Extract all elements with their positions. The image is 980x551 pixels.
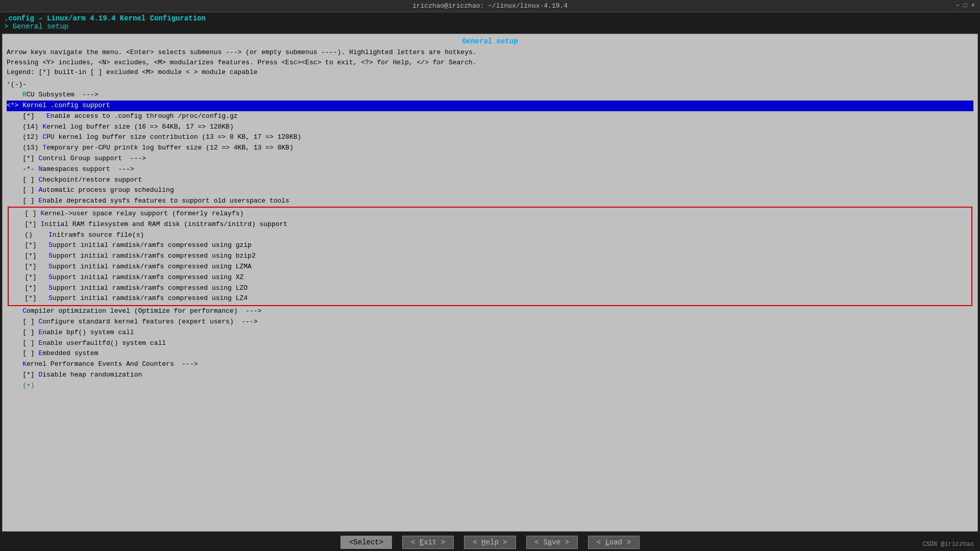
list-item[interactable]: (14) Kernel log buffer size (16 => 64KB,… bbox=[7, 122, 973, 133]
list-item-kernel-config[interactable]: <*> Kernel .config support bbox=[7, 101, 973, 111]
list-item[interactable]: [ ] Checkpoint/restore support bbox=[7, 175, 973, 186]
terminal: .config – Linux/arm 4.19.4 Kernel Config… bbox=[0, 12, 980, 551]
main-content: General setup Arrow keys navigate the me… bbox=[2, 34, 978, 532]
save-button[interactable]: < Save > bbox=[526, 536, 578, 549]
list-item[interactable]: [*] Enable access to .config through /pr… bbox=[7, 111, 973, 122]
list-item[interactable]: [ ] Kernel->user space relay support (fo… bbox=[9, 209, 971, 219]
list-item[interactable]: (13) Temporary per-CPU printk log buffer… bbox=[7, 143, 973, 154]
window-title: iriczhao@iriczhao: ~/linux/linux-4.19.4 bbox=[412, 2, 568, 10]
help-line-1: Arrow keys navigate the menu. <Enter> se… bbox=[7, 47, 973, 58]
list-item[interactable]: [*] Support initial ramdisk/ramfs compre… bbox=[9, 251, 971, 262]
menu-list: *(-)- RCU Subsystem ---> <*> Kernel .con… bbox=[3, 78, 977, 393]
list-item[interactable]: [*] Support initial ramdisk/ramfs compre… bbox=[9, 272, 971, 283]
list-item[interactable]: (+) bbox=[7, 381, 973, 391]
help-line-2: Pressing <Y> includes, <N> excludes, <M>… bbox=[7, 58, 973, 68]
config-title: .config – Linux/arm 4.19.4 Kernel Config… bbox=[4, 14, 976, 22]
list-item[interactable]: [*] Support initial ramdisk/ramfs compre… bbox=[9, 283, 971, 294]
watermark: CSDN @iriczhao bbox=[922, 541, 974, 548]
config-subtitle: > General setup bbox=[4, 22, 976, 31]
list-item[interactable]: [*] Support initial ramdisk/ramfs compre… bbox=[9, 293, 971, 304]
help-button[interactable]: < Help > bbox=[464, 536, 516, 549]
maximize-button[interactable]: □ bbox=[964, 2, 967, 9]
list-item[interactable]: [ ] Configure standard kernel features (… bbox=[7, 317, 973, 328]
list-item[interactable]: RCU Subsystem ---> bbox=[7, 90, 973, 101]
list-item[interactable]: [ ] Automatic process group scheduling bbox=[7, 185, 973, 196]
bottom-bar: <Select> < Exit > < Help > < Save > < Lo… bbox=[0, 533, 980, 551]
menu-title: General setup bbox=[3, 34, 977, 47]
exit-button[interactable]: < Exit > bbox=[402, 536, 454, 549]
list-item[interactable]: [ ] Enable deprecated sysfs features to … bbox=[7, 196, 973, 207]
list-item[interactable]: [ ] Enable userfaultfd() system call bbox=[7, 338, 973, 349]
list-item[interactable]: [*] Support initial ramdisk/ramfs compre… bbox=[9, 262, 971, 272]
close-button[interactable]: × bbox=[971, 2, 975, 9]
list-item[interactable]: Kernel Performance Events And Counters -… bbox=[7, 359, 973, 370]
window-controls[interactable]: − □ × bbox=[955, 2, 975, 9]
list-item[interactable]: [*] Support initial ramdisk/ramfs compre… bbox=[9, 240, 971, 251]
list-item[interactable]: [*] Initial RAM filesystem and RAM disk … bbox=[9, 219, 971, 230]
select-button[interactable]: <Select> bbox=[340, 536, 392, 549]
help-line-3: Legend: [*] built-in [ ] excluded <M> mo… bbox=[7, 67, 973, 78]
list-item[interactable]: [ ] Enable bpf() system call bbox=[7, 328, 973, 338]
minimize-button[interactable]: − bbox=[955, 2, 959, 9]
title-bar: iriczhao@iriczhao: ~/linux/linux-4.19.4 … bbox=[0, 0, 980, 12]
list-item[interactable]: (12) CPU kernel log buffer size contribu… bbox=[7, 132, 973, 143]
list-item[interactable]: -*- Namespaces support ---> bbox=[7, 164, 973, 175]
highlighted-section: [ ] Kernel->user space relay support (fo… bbox=[8, 207, 972, 306]
list-item[interactable]: [ ] Embedded system bbox=[7, 348, 973, 359]
help-text: Arrow keys navigate the menu. <Enter> se… bbox=[3, 47, 977, 78]
term-header: .config – Linux/arm 4.19.4 Kernel Config… bbox=[0, 12, 980, 33]
load-button[interactable]: < Load > bbox=[588, 536, 640, 549]
list-item[interactable]: *(-)- bbox=[7, 80, 973, 90]
list-item[interactable]: () Initramfs source file(s) bbox=[9, 230, 971, 241]
list-item[interactable]: [*] Disable heap randomization bbox=[7, 370, 973, 381]
list-item[interactable]: [*] Control Group support ---> bbox=[7, 154, 973, 164]
list-item[interactable]: Compiler optimization level (Optimize fo… bbox=[7, 306, 973, 317]
